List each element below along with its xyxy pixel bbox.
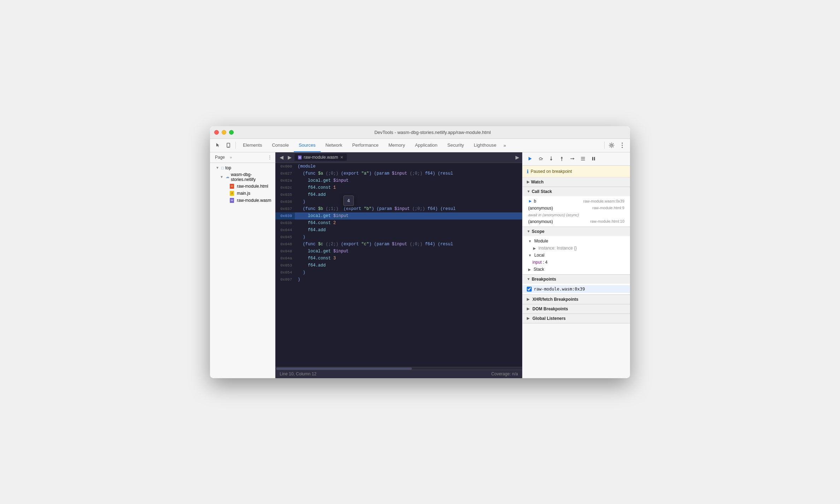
sidebar-menu-icon[interactable]: ⋮	[267, 154, 272, 160]
watch-label: Watch	[531, 180, 544, 184]
tab-security[interactable]: Security	[442, 139, 469, 152]
tab-console[interactable]: Console	[267, 139, 294, 152]
breakpoint-item-0x39[interactable]: raw-module.wasm:0x39	[523, 285, 630, 293]
debugger-toolbar	[523, 152, 630, 166]
code-line-0x046: 0x046 (func $c (;2;) (export "c") (param…	[275, 241, 522, 248]
breakpoints-section: ▼ Breakpoints raw-module.wasm:0x39	[523, 275, 630, 295]
code-line-0x039: 0x039 local.get $input	[275, 212, 522, 219]
xhr-arrow: ▶	[527, 297, 530, 301]
pause-on-exception-button[interactable]	[589, 154, 598, 163]
js-file-icon: J	[230, 191, 234, 196]
back-nav-icon[interactable]: ◀	[278, 154, 285, 161]
sidebar-page-tab[interactable]: Page	[213, 154, 227, 160]
step-into-button[interactable]	[547, 154, 556, 163]
resume-button[interactable]	[525, 154, 535, 163]
code-line-0x027: 0x027 (func $a (;0;) (export "a") (param…	[275, 170, 522, 177]
sidebar-more-btn[interactable]: »	[230, 155, 232, 159]
xhr-breakpoints-header[interactable]: ▶ XHR/fetch Breakpoints	[523, 295, 630, 304]
top-folder-icon: □	[221, 165, 224, 170]
breakpoints-content: raw-module.wasm:0x39	[523, 284, 630, 294]
stack-arrow: ▶	[528, 268, 531, 271]
watch-section: ▶ Watch	[523, 177, 630, 187]
tree-item-top[interactable]: ▼ □ top	[210, 164, 275, 171]
breakpoint-checkbox[interactable]	[527, 287, 532, 292]
instance-arrow: ▶	[533, 246, 536, 250]
editor-tab-close-btn[interactable]: ✕	[340, 155, 343, 160]
code-line-0x097: 0x097 )	[275, 276, 522, 283]
tree-arrow-netlify: ▼	[220, 175, 223, 179]
dom-breakpoints-header[interactable]: ▶ DOM Breakpoints	[523, 304, 630, 313]
watch-arrow: ▶	[527, 180, 530, 184]
code-editor[interactable]: 0x000 (module 0x027 (func $a (;0;) (expo…	[275, 163, 522, 367]
scope-module[interactable]: ▼ Module	[523, 238, 630, 245]
svg-marker-8	[542, 158, 543, 160]
mobile-icon[interactable]	[223, 140, 233, 150]
cursor-icon[interactable]	[213, 140, 223, 150]
code-line-0x035: 0x035 f64.add	[275, 191, 522, 198]
editor-tab-wasm[interactable]: W raw-module.wasm ✕	[294, 154, 347, 161]
forward-nav-icon[interactable]: ▶	[286, 154, 293, 161]
tab-memory[interactable]: Memory	[384, 139, 410, 152]
cloud-icon: ☁	[226, 175, 229, 179]
call-stack-label: Call Stack	[532, 189, 552, 194]
call-stack-header[interactable]: ▼ Call Stack	[523, 187, 630, 196]
call-stack-item-anon2[interactable]: (anonymous) raw-module.html:10	[523, 218, 630, 225]
scope-local[interactable]: ▼ Local	[523, 252, 630, 259]
code-line-0x045: 0x045 )	[275, 234, 522, 241]
call-stack-section: ▼ Call Stack ► b raw-module.wasm:0x39	[523, 187, 630, 227]
tab-network[interactable]: Network	[321, 139, 348, 152]
tree-item-netlify[interactable]: ▼ ☁ wasm-dbg-stories.netlify	[210, 171, 275, 183]
svg-point-4	[622, 145, 623, 146]
tree-label-wasm: raw-module.wasm	[237, 198, 271, 203]
deactivate-breakpoints-button[interactable]	[578, 154, 588, 163]
step-out-button[interactable]	[557, 154, 566, 163]
tree-item-wasm[interactable]: W raw-module.wasm	[210, 197, 275, 204]
tree-item-js[interactable]: J main.js	[210, 190, 275, 197]
tree-label-netlify: wasm-dbg-stories.netlify	[231, 172, 272, 182]
global-arrow: ▶	[527, 316, 530, 320]
tab-application[interactable]: Application	[410, 139, 443, 152]
tab-lighthouse[interactable]: Lighthouse	[469, 139, 501, 152]
tab-sources[interactable]: Sources	[294, 139, 321, 152]
more-options-icon[interactable]	[617, 140, 627, 150]
current-frame-arrow: ►	[528, 199, 532, 204]
tree-arrow-top: ▼	[216, 166, 219, 170]
watch-section-header[interactable]: ▶ Watch	[523, 177, 630, 187]
scope-instance[interactable]: ▶ instance: Instance {}	[523, 245, 630, 252]
tab-performance[interactable]: Performance	[347, 139, 383, 152]
devtools-window: DevTools - wasm-dbg-stories.netlify.app/…	[210, 126, 630, 378]
breakpoints-header[interactable]: ▼ Breakpoints	[523, 275, 630, 284]
global-listeners-header[interactable]: ▶ Global Listeners	[523, 314, 630, 323]
module-arrow: ▼	[528, 239, 532, 243]
tab-bar: Elements Console Sources Network Perform…	[238, 139, 602, 152]
settings-icon[interactable]	[607, 140, 617, 150]
scope-header[interactable]: ▼ Scope	[523, 227, 630, 236]
toolbar-divider-2	[604, 142, 605, 149]
close-button[interactable]	[214, 130, 219, 135]
info-icon: ℹ	[527, 169, 529, 174]
code-line-0x054: 0x054 )	[275, 269, 522, 276]
tooltip-value: 4	[347, 198, 350, 203]
call-stack-item-anon1[interactable]: (anonymous) raw-module.html:9	[523, 205, 630, 212]
dom-breakpoints-label: DOM Breakpoints	[532, 306, 568, 311]
left-sidebar: Page » ⋮ ▼ □ top ▼ ☁ wasm-dbg-stories.ne…	[210, 152, 275, 378]
tab-elements[interactable]: Elements	[238, 139, 267, 152]
horizontal-scrollbar[interactable]	[275, 367, 522, 370]
global-listeners-section: ▶ Global Listeners	[523, 314, 630, 323]
editor-tab-bar: ◀ ▶ W raw-module.wasm ✕ ▶	[275, 152, 522, 163]
editor-area: ◀ ▶ W raw-module.wasm ✕ ▶ 0x000 (module	[275, 152, 522, 378]
call-stack-item-b[interactable]: ► b raw-module.wasm:0x39	[523, 198, 630, 205]
step-over-button[interactable]	[536, 154, 545, 163]
code-line-0x03b: 0x03b f64.const 2	[275, 219, 522, 227]
tree-item-html[interactable]: H raw-module.html	[210, 183, 275, 190]
file-tree: ▼ □ top ▼ ☁ wasm-dbg-stories.netlify H r…	[210, 163, 275, 378]
scope-stack[interactable]: ▶ Stack	[523, 266, 630, 273]
maximize-button[interactable]	[229, 130, 234, 135]
breakpoints-label: Breakpoints	[532, 277, 556, 282]
scope-arrow: ▼	[527, 229, 530, 233]
run-icon[interactable]: ▶	[515, 154, 519, 160]
more-tabs-button[interactable]: »	[501, 140, 508, 150]
scope-section: ▼ Scope ▼ Module ▶ instance: Instance {}	[523, 227, 630, 275]
step-button[interactable]	[568, 154, 577, 163]
minimize-button[interactable]	[222, 130, 226, 135]
